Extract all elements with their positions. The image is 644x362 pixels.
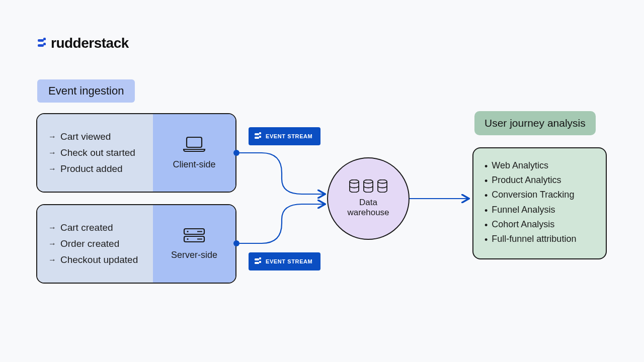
arrow-right-icon: → [48,148,55,157]
arrow-right-icon: → [48,239,55,248]
event-ingestion-label: Event ingestion [48,84,124,97]
analysis-card: Web Analytics Product Analytics Conversi… [472,147,607,259]
event-stream-badge-bottom: EVENT STREAM [249,252,320,270]
svg-rect-14 [259,136,261,138]
brand-name: rudderstack [51,35,129,51]
list-item: Full-funnel attribution [485,234,595,246]
list-item: Cohort Analysis [485,219,595,232]
list-item: Conversion Tracking [485,190,595,202]
brand-logo: rudderstack [38,35,129,51]
svg-point-8 [187,238,188,239]
arrow-right-icon: → [48,223,55,232]
list-item: Funnel Analysis [485,205,595,217]
event-stream-label: EVENT STREAM [266,133,312,139]
connector-dot [233,150,239,156]
client-side-label: Client-side [173,159,215,170]
svg-rect-15 [255,258,259,260]
analysis-list: Web Analytics Product Analytics Conversi… [485,160,595,246]
svg-rect-18 [259,261,261,263]
svg-point-20 [364,179,373,183]
database-icon [377,179,388,195]
svg-rect-17 [259,257,261,259]
svg-rect-1 [38,44,44,47]
user-journey-label: User journey analysis [485,117,586,129]
brand-mark-small-icon [255,132,262,140]
event-stream-label: EVENT STREAM [266,258,312,264]
laptop-icon [183,136,206,154]
server-events-list: →Cart created →Order created →Checkout u… [37,205,153,283]
list-item: Web Analytics [485,160,595,173]
svg-point-7 [187,230,188,232]
svg-point-21 [378,179,387,183]
arrow-right-icon: → [48,164,55,173]
event-label: Cart viewed [60,131,111,142]
arrow-right-icon: → [48,132,55,141]
server-side-label: Server-side [171,250,217,260]
svg-point-19 [350,179,359,183]
svg-rect-11 [255,133,259,135]
svg-rect-2 [43,38,46,40]
event-ingestion-tag: Event ingestion [37,79,135,103]
svg-rect-0 [38,39,44,42]
client-side-panel: Client-side [153,114,235,192]
database-icon [363,179,374,195]
server-side-panel: Server-side [153,205,235,283]
connector-dot [233,240,239,246]
database-icons-row [349,179,388,195]
event-label: Product added [60,163,123,174]
data-warehouse-label: Data warehouse [343,198,393,218]
event-label: Cart created [60,222,113,233]
server-side-card: →Cart created →Order created →Checkout u… [36,204,236,284]
event-stream-badge-top: EVENT STREAM [249,127,320,145]
svg-rect-3 [43,43,46,45]
svg-rect-16 [255,262,259,264]
database-icon [349,179,360,195]
svg-rect-4 [187,137,202,147]
brand-mark-icon [38,38,47,49]
list-item: Product Analytics [485,175,595,188]
client-events-list: →Cart viewed →Check out started →Product… [37,114,153,192]
brand-mark-small-icon [255,257,262,265]
server-icon [183,228,205,245]
arrow-right-icon: → [48,255,55,264]
svg-rect-13 [259,132,261,134]
event-label: Check out started [60,147,135,158]
event-label: Order created [60,238,119,249]
data-warehouse-node: Data warehouse [327,157,410,240]
client-side-card: →Cart viewed →Check out started →Product… [36,113,236,193]
svg-rect-12 [255,137,259,139]
event-label: Checkout updated [60,254,138,265]
user-journey-tag: User journey analysis [474,111,596,135]
